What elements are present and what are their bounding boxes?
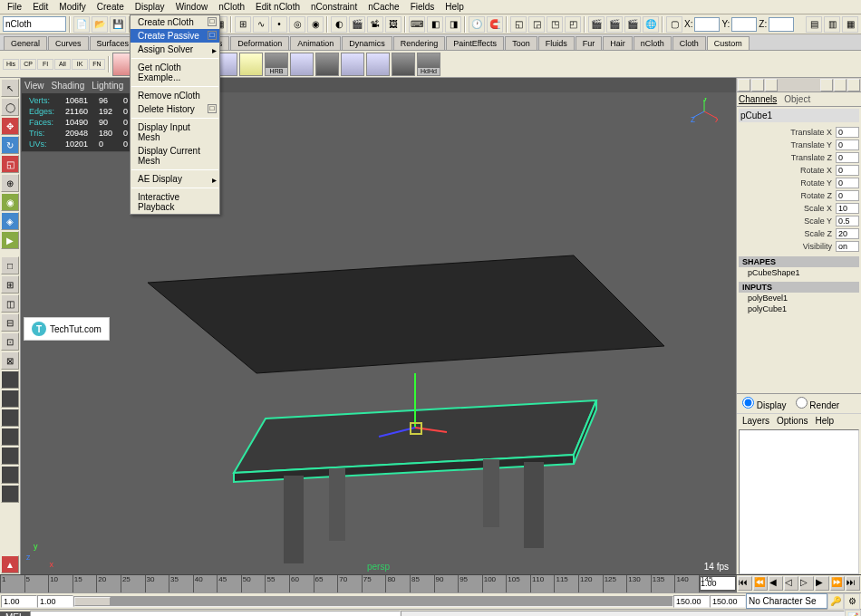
mini-his[interactable]: His bbox=[3, 59, 19, 70]
persp-graph-icon[interactable] bbox=[1, 371, 19, 389]
input-polybevel[interactable]: polyBevel1 bbox=[739, 293, 859, 303]
mini-cp[interactable]: CP bbox=[20, 59, 36, 70]
menu-item[interactable]: Display Input Mesh bbox=[131, 120, 219, 144]
history-icon[interactable]: ◐ bbox=[331, 16, 347, 33]
key-fwd-icon[interactable]: ▷ bbox=[799, 576, 814, 591]
menu-item[interactable]: Assign Solver▸ bbox=[131, 43, 219, 56]
radio-display[interactable]: Display bbox=[742, 397, 787, 410]
cmd-lang-label[interactable]: MEL bbox=[0, 611, 30, 616]
snap-grid-icon[interactable]: ⊞ bbox=[235, 16, 251, 33]
viewport-persp[interactable]: Verts:10681960 Edges:211601920 Faces:104… bbox=[21, 92, 736, 574]
menu-item[interactable]: Delete History□ bbox=[131, 102, 219, 116]
hype2-icon[interactable] bbox=[1, 428, 19, 446]
shelf-tab-dynamics[interactable]: Dynamics bbox=[342, 36, 392, 50]
snap-point-icon[interactable]: • bbox=[271, 16, 287, 33]
step-fwd-icon[interactable]: ⏩ bbox=[830, 576, 845, 591]
menu-item[interactable]: Get nCloth Example... bbox=[131, 61, 219, 84]
two-pane-h-icon[interactable]: ⊟ bbox=[1, 313, 19, 332]
shelf-tab-deformation[interactable]: Deformation bbox=[230, 36, 289, 50]
magnet-icon[interactable]: 🧲 bbox=[487, 16, 503, 33]
hype1-icon[interactable] bbox=[1, 409, 19, 427]
attr-ry[interactable]: 0 bbox=[836, 178, 859, 188]
attr-rz[interactable]: 0 bbox=[836, 190, 859, 201]
render-clap2-icon[interactable]: 🎬 bbox=[606, 16, 623, 33]
timeline-ruler[interactable]: 1510152025303540455055606570758085909510… bbox=[0, 575, 699, 592]
key-back-icon[interactable]: ◁ bbox=[784, 576, 798, 591]
shelf-tab-curves[interactable]: Curves bbox=[48, 36, 89, 50]
menu-ncloth[interactable]: nCloth bbox=[213, 1, 250, 13]
mini-fi[interactable]: FI bbox=[37, 59, 53, 70]
layers-menu-help[interactable]: Help bbox=[815, 416, 834, 426]
shelf-cache-icon[interactable] bbox=[290, 53, 314, 76]
layer-list[interactable] bbox=[739, 429, 859, 574]
menu-edit[interactable]: Edit bbox=[27, 1, 53, 13]
cb-btn6-icon[interactable] bbox=[847, 79, 860, 91]
shelf-tab-fur[interactable]: Fur bbox=[576, 36, 603, 50]
prefs-icon[interactable]: ⚙ bbox=[844, 593, 860, 610]
shelf-display1-icon[interactable] bbox=[341, 53, 364, 76]
menu-item[interactable]: AE Display▸ bbox=[131, 172, 219, 186]
shelf-hdhd-icon[interactable]: HdHd bbox=[417, 53, 440, 76]
shelf-tab-ncloth[interactable]: nCloth bbox=[634, 36, 672, 50]
play-fwd-icon[interactable]: ▶ bbox=[815, 576, 829, 591]
menu-item[interactable]: Create nCloth□ bbox=[131, 15, 219, 29]
shelf-play-icon[interactable] bbox=[239, 53, 263, 76]
mini-fn[interactable]: FN bbox=[89, 59, 105, 70]
menu-item[interactable]: Display Current Mesh bbox=[131, 144, 219, 168]
ipr-render-icon[interactable]: 📽 bbox=[367, 16, 383, 33]
save-file-icon[interactable]: 💾 bbox=[110, 16, 126, 33]
maya-logo-icon[interactable]: ▲ bbox=[1, 555, 19, 573]
range-out-input[interactable] bbox=[673, 595, 710, 608]
menu-item[interactable]: Interactive Playback bbox=[131, 190, 219, 214]
layers-menu-options[interactable]: Options bbox=[777, 416, 808, 426]
misc1-icon[interactable]: ◱ bbox=[510, 16, 527, 33]
persp-out-icon[interactable] bbox=[1, 390, 19, 408]
relative-icon[interactable]: ◨ bbox=[445, 16, 461, 33]
play-back-icon[interactable]: ◀ bbox=[769, 576, 783, 591]
misc4-icon[interactable]: ◰ bbox=[565, 16, 581, 33]
scale-tool-icon[interactable]: ◱ bbox=[1, 155, 19, 173]
go-end-icon[interactable]: ⏭ bbox=[846, 576, 860, 591]
range-start-input[interactable] bbox=[1, 595, 37, 608]
module-dropdown[interactable]: nCloth bbox=[3, 16, 66, 32]
misc3-icon[interactable]: ◳ bbox=[547, 16, 563, 33]
snap-live-icon[interactable]: ◉ bbox=[307, 16, 324, 33]
outliner-icon[interactable] bbox=[1, 485, 19, 503]
single-pane-icon[interactable]: □ bbox=[1, 256, 19, 274]
four-pane-icon[interactable]: ⊞ bbox=[1, 275, 19, 294]
layers-menu-layers[interactable]: Layers bbox=[742, 416, 769, 426]
menu-fields[interactable]: Fields bbox=[405, 1, 440, 13]
input-polycube[interactable]: polyCube1 bbox=[739, 303, 859, 314]
shelf-tab-custom[interactable]: Custom bbox=[707, 36, 750, 50]
two-pane-v-icon[interactable]: ◫ bbox=[1, 294, 19, 313]
shelf-tab-cloth[interactable]: Cloth bbox=[672, 36, 706, 50]
snap-curve-icon[interactable]: ∿ bbox=[253, 16, 269, 33]
charset-dropdown[interactable]: No Character Set bbox=[746, 593, 827, 609]
attr-vis[interactable]: on bbox=[836, 241, 859, 252]
attr-sx[interactable]: 10 bbox=[836, 203, 859, 214]
render-view-icon[interactable]: 🖼 bbox=[385, 16, 401, 33]
script-icon[interactable] bbox=[1, 466, 19, 484]
rotate-tool-icon[interactable]: ↻ bbox=[1, 136, 19, 154]
shelf-hrb-icon[interactable]: HRB bbox=[265, 53, 288, 76]
command-input[interactable] bbox=[30, 611, 401, 616]
move-tool-icon[interactable]: ✥ bbox=[1, 117, 19, 135]
vp-menu-shading[interactable]: Shading bbox=[52, 81, 85, 91]
menu-item[interactable]: Create Passive□ bbox=[131, 29, 219, 43]
menu-window[interactable]: Window bbox=[170, 1, 214, 13]
attr-sz[interactable]: 20 bbox=[836, 228, 859, 239]
range-end-input[interactable] bbox=[710, 595, 746, 608]
layout1-icon[interactable]: ▤ bbox=[806, 16, 822, 33]
attr-tx[interactable]: 0 bbox=[836, 127, 859, 138]
construction-history-icon[interactable]: 🕐 bbox=[469, 16, 485, 33]
range-in-input[interactable] bbox=[37, 595, 73, 608]
shelf-tab-toon[interactable]: Toon bbox=[505, 36, 537, 50]
shelf-tab-hair[interactable]: Hair bbox=[603, 36, 633, 50]
mini-ik[interactable]: IK bbox=[72, 59, 88, 70]
cb-btn3-icon[interactable] bbox=[765, 79, 778, 91]
snap-view-icon[interactable]: ◎ bbox=[289, 16, 305, 33]
menu-modify[interactable]: Modify bbox=[53, 1, 91, 13]
shelf-tab-animation[interactable]: Animation bbox=[290, 36, 341, 50]
shelf-dark1-icon[interactable] bbox=[392, 53, 415, 76]
persp-render-icon[interactable] bbox=[1, 447, 19, 465]
